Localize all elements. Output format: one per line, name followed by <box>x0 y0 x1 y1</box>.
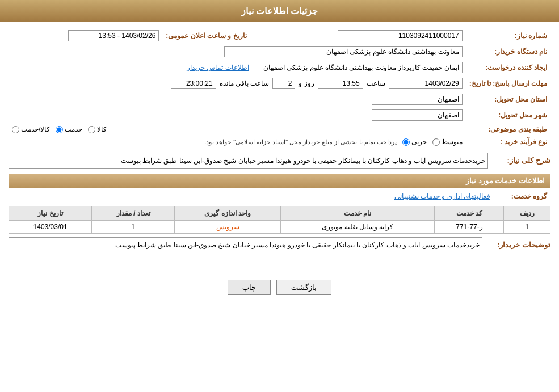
info-table: شماره نیاز: تاریخ و ساعت اعلان عمومی: نا… <box>9 28 550 148</box>
org-name-input[interactable] <box>224 46 463 57</box>
col-date: تاریخ نیاز <box>9 206 92 221</box>
need-number-input[interactable] <box>338 30 463 41</box>
category-option-khedmat[interactable]: خدمت <box>56 125 82 133</box>
buyer-notes-section: توضیحات خریدار: <box>9 237 550 273</box>
process-radio-jozii[interactable] <box>402 138 410 146</box>
category-label-khedmat: خدمت <box>65 125 82 133</box>
category-radio-group: کالا/خدمت خدمت کالا <box>12 125 463 133</box>
table-row: 1 ز-77-771 کرایه وسایل نقلیه موتوری سروی… <box>9 221 550 234</box>
service-group-value[interactable]: فعالیتهای اداری و خدمات پشتیبانی <box>394 192 490 200</box>
date-input[interactable] <box>68 30 159 41</box>
description-title: شرح کلی نیاز: <box>488 153 550 167</box>
back-button[interactable]: بازگشت <box>276 280 331 295</box>
deadline-time-input[interactable] <box>318 78 363 89</box>
buyer-notes-textarea[interactable] <box>9 237 482 271</box>
col-unit: واحد اندازه گیری <box>175 206 281 221</box>
cell-name: کرایه وسایل نقلیه موتوری <box>281 221 435 234</box>
cell-date: 1403/03/01 <box>9 221 92 234</box>
deadline-remaining-input[interactable] <box>171 78 216 89</box>
col-name: نام خدمت <box>281 206 435 221</box>
deadline-label: مهلت ارسال پاسخ: تا تاریخ: <box>466 75 550 91</box>
process-option-motavasset[interactable]: متوسط <box>432 138 463 146</box>
process-option-jozii[interactable]: جزیی <box>402 138 427 146</box>
deadline-days-input[interactable] <box>272 78 295 89</box>
col-quantity: تعداد / مقدار <box>92 206 175 221</box>
cell-unit: سرویس <box>175 221 281 234</box>
service-group-table: گروه خدمت: فعالیتهای اداری و خدمات پشتیب… <box>9 190 550 203</box>
page-title: جزئیات اطلاعات نیاز <box>241 6 318 16</box>
deadline-remaining-label: ساعت باقی مانده <box>220 79 270 87</box>
services-table-head: ردیف کد خدمت نام خدمت واحد اندازه گیری ت… <box>9 206 550 221</box>
creator-input[interactable] <box>253 62 463 73</box>
org-name-label: نام دستگاه خریدار: <box>466 44 550 60</box>
description-text: خریدخدمات سرویس ایاب و ذهاب کارکنان با ب… <box>9 153 488 169</box>
cell-row-num: 1 <box>504 221 550 234</box>
contact-link[interactable]: اطلاعات تماس خریدار <box>187 64 249 71</box>
col-row-num: ردیف <box>504 206 550 221</box>
process-type-group: متوسط جزیی پرداخت تمام یا بخشی از مبلغ خ… <box>12 138 463 146</box>
print-button[interactable]: چاپ <box>228 280 271 295</box>
process-radio-motavasset[interactable] <box>432 138 440 146</box>
deadline-row: ساعت روز و ساعت باقی مانده <box>12 78 463 89</box>
service-group-label: گروه خدمت: <box>494 190 550 203</box>
page-header: جزئیات اطلاعات نیاز <box>0 0 559 22</box>
creator-row: اطلاعات تماس خریدار <box>12 62 463 73</box>
need-number-label: شماره نیاز: <box>466 28 550 44</box>
col-code: کد خدمت <box>435 206 504 221</box>
city-label: شهر محل تحویل: <box>466 107 550 123</box>
description-section: شرح کلی نیاز: خریدخدمات سرویس ایاب و ذها… <box>9 153 550 169</box>
category-option-kala[interactable]: کالا <box>88 125 107 133</box>
category-radio-kala[interactable] <box>88 126 95 133</box>
creator-label: ایجاد کننده درخواست: <box>466 60 550 75</box>
cell-quantity: 1 <box>92 221 175 234</box>
services-table-header-row: ردیف کد خدمت نام خدمت واحد اندازه گیری ت… <box>9 206 550 221</box>
row-org-name: نام دستگاه خریدار: <box>9 44 550 60</box>
service-group-row: گروه خدمت: فعالیتهای اداری و خدمات پشتیب… <box>9 190 550 203</box>
deadline-time-label: ساعت <box>367 79 385 87</box>
row-category: طبقه بندی موضوعی: کالا/خدمت خدمت کالا <box>9 123 550 136</box>
category-label-kala: کالا <box>97 125 107 133</box>
province-input[interactable] <box>372 94 463 105</box>
row-need-number: شماره نیاز: تاریخ و ساعت اعلان عمومی: <box>9 28 550 44</box>
buyer-notes-label: توضیحات خریدار: <box>488 237 550 251</box>
process-note: پرداخت تمام یا بخشی از مبلغ خریداز محل "… <box>204 138 397 146</box>
services-table-body: 1 ز-77-771 کرایه وسایل نقلیه موتوری سروی… <box>9 221 550 234</box>
city-input[interactable] <box>372 109 463 121</box>
main-container: جزئیات اطلاعات نیاز شماره نیاز: تاریخ و … <box>0 0 559 392</box>
date-label: تاریخ و ساعت اعلان عمومی: <box>162 28 258 44</box>
content-area: شماره نیاز: تاریخ و ساعت اعلان عمومی: نا… <box>0 22 559 306</box>
services-table: ردیف کد خدمت نام خدمت واحد اندازه گیری ت… <box>9 206 550 234</box>
deadline-days-label: روز و <box>299 79 314 87</box>
category-radio-khedmat[interactable] <box>56 126 63 133</box>
row-creator: ایجاد کننده درخواست: اطلاعات تماس خریدار <box>9 60 550 75</box>
row-province: استان محل تحویل: <box>9 91 550 107</box>
services-section-title: اطلاعات خدمات مورد نیاز <box>466 176 545 185</box>
button-row: بازگشت چاپ <box>9 280 550 295</box>
category-option-kala-khedmat[interactable]: کالا/خدمت <box>12 125 50 133</box>
cell-code: ز-77-771 <box>435 221 504 234</box>
process-label: نوع فرآیند خرید : <box>466 136 550 148</box>
process-label-motavasset: متوسط <box>442 138 463 146</box>
process-label-jozii: جزیی <box>411 138 427 146</box>
services-section-header: اطلاعات خدمات مورد نیاز <box>9 174 550 188</box>
row-city: شهر محل تحویل: <box>9 107 550 123</box>
row-process: نوع فرآیند خرید : متوسط جزیی پرداخت تمام… <box>9 136 550 148</box>
deadline-date-input[interactable] <box>389 78 463 89</box>
province-label: استان محل تحویل: <box>466 91 550 107</box>
category-radio-kala-khedmat[interactable] <box>12 126 19 133</box>
category-label: طبقه بندی موضوعی: <box>466 123 550 136</box>
category-label-kala-khedmat: کالا/خدمت <box>21 125 50 133</box>
row-deadline: مهلت ارسال پاسخ: تا تاریخ: ساعت روز و سا… <box>9 75 550 91</box>
